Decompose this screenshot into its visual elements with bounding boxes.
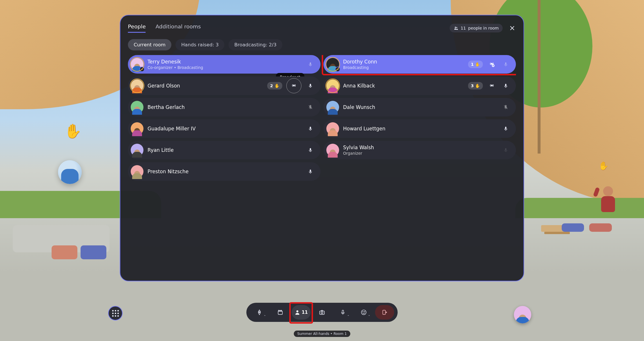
avatar bbox=[131, 165, 143, 178]
participant-ryan-little[interactable]: Ryan Little bbox=[128, 141, 321, 159]
panel-tabs: People Additional rooms bbox=[128, 23, 201, 33]
svg-point-20 bbox=[296, 310, 299, 312]
filter-broadcasting[interactable]: Broadcasting: 2/3 bbox=[229, 39, 283, 50]
participant-name: Anna Kilback bbox=[343, 83, 468, 89]
background-avatar-bubble bbox=[58, 160, 82, 184]
participant-howard-luettgen[interactable]: Howard Luettgen bbox=[323, 119, 516, 138]
participant-terry-denesik[interactable]: Terry Denesik Co-organizer • Broadcastin… bbox=[128, 55, 321, 74]
microphone-icon[interactable] bbox=[501, 145, 511, 155]
broadcast-stop-icon[interactable] bbox=[487, 59, 497, 69]
hand-order: 3 bbox=[471, 83, 474, 88]
participants-grid: Terry Denesik Co-organizer • Broadcastin… bbox=[128, 55, 516, 273]
svg-point-26 bbox=[364, 311, 365, 312]
navigate-button[interactable]: ⌃ bbox=[250, 305, 269, 320]
svg-rect-19 bbox=[278, 311, 283, 314]
svg-point-25 bbox=[363, 311, 363, 312]
people-count: 11 bbox=[461, 26, 466, 30]
svg-point-1 bbox=[456, 27, 457, 28]
participant-role: Co-organizer • Broadcasting bbox=[148, 65, 305, 70]
filter-current-room[interactable]: Current room bbox=[128, 39, 171, 50]
chevron-up-icon: ⌃ bbox=[347, 315, 350, 318]
broadcast-icon bbox=[291, 83, 297, 89]
hand-order: 2 bbox=[270, 83, 273, 88]
emoji-icon bbox=[361, 309, 367, 316]
participant-name: Gerard Olson bbox=[148, 83, 267, 89]
svg-point-24 bbox=[361, 310, 366, 315]
microphone-icon[interactable] bbox=[305, 59, 315, 69]
microphone-muted-icon[interactable] bbox=[501, 102, 511, 112]
person-icon bbox=[294, 309, 300, 315]
svg-point-8 bbox=[293, 85, 295, 86]
filter-chips: Current room Hands raised: 3 Broadcastin… bbox=[128, 39, 516, 50]
leave-room-button[interactable] bbox=[375, 305, 394, 320]
svg-point-10 bbox=[491, 85, 493, 86]
raised-hand-emoji-overlay: ✋ bbox=[64, 123, 82, 139]
hand-raised-badge[interactable]: 3 ✋ bbox=[468, 82, 483, 90]
participant-dorothy-conn[interactable]: Dorothy Conn Broadcasting 1 ✋ bbox=[323, 55, 516, 74]
avatar bbox=[326, 101, 339, 114]
hand-icon: ✋ bbox=[475, 83, 480, 88]
camera-button[interactable] bbox=[312, 305, 332, 320]
microphone-icon[interactable] bbox=[501, 81, 511, 91]
svg-rect-18 bbox=[310, 169, 311, 172]
hand-raised-badge[interactable]: 2 ✋ bbox=[267, 82, 282, 90]
call-toolbar: ⌃ 11 ⌃ ⌃ bbox=[246, 303, 398, 322]
people-count-label: people in room bbox=[468, 26, 499, 30]
people-panel: People Additional rooms 11 people in roo… bbox=[120, 15, 524, 281]
microphone-button[interactable]: ⌃ bbox=[333, 305, 352, 320]
participant-name: Guadalupe Miller IV bbox=[148, 126, 305, 132]
broadcast-button[interactable] bbox=[286, 78, 301, 93]
microphone-icon[interactable] bbox=[501, 59, 511, 69]
broadcast-badge-icon bbox=[139, 67, 145, 72]
svg-rect-21 bbox=[320, 311, 325, 315]
reactions-button[interactable]: ⌃ bbox=[354, 305, 373, 320]
participant-anna-kilback[interactable]: Anna Kilback 3 ✋ bbox=[323, 76, 516, 95]
people-icon bbox=[454, 26, 459, 30]
raised-hand-emoji-overlay-small: ✋ bbox=[598, 161, 609, 171]
participant-bertha-gerlach[interactable]: Bertha Gerlach bbox=[128, 98, 321, 116]
camera-icon bbox=[319, 309, 325, 316]
microphone-icon[interactable] bbox=[305, 167, 315, 176]
svg-rect-15 bbox=[505, 127, 507, 129]
participant-role: Broadcasting bbox=[343, 65, 468, 70]
microphone-icon[interactable] bbox=[305, 81, 315, 91]
close-panel-button[interactable] bbox=[509, 24, 516, 32]
microphone-icon[interactable] bbox=[501, 124, 511, 134]
avatar bbox=[131, 79, 143, 92]
participant-name: Howard Luettgen bbox=[343, 126, 501, 132]
self-avatar-preview[interactable] bbox=[514, 306, 531, 323]
avatar bbox=[326, 58, 339, 71]
close-icon bbox=[509, 25, 516, 31]
broadcast-badge-icon bbox=[335, 67, 340, 72]
menu-grid-icon bbox=[112, 310, 119, 317]
microphone-icon[interactable] bbox=[305, 124, 315, 134]
participant-name: Bertha Gerlach bbox=[148, 104, 305, 110]
filter-hands-raised[interactable]: Hands raised: 3 bbox=[175, 39, 224, 50]
broadcast-icon[interactable] bbox=[487, 81, 497, 91]
tab-people[interactable]: People bbox=[128, 23, 145, 33]
avatar bbox=[131, 144, 143, 156]
clapperboard-button[interactable] bbox=[271, 305, 290, 320]
people-button[interactable]: 11 bbox=[292, 305, 311, 320]
background-avatar-waving bbox=[598, 186, 618, 218]
svg-rect-16 bbox=[310, 148, 311, 151]
svg-rect-11 bbox=[505, 84, 507, 86]
clapperboard-icon bbox=[277, 309, 283, 316]
participant-name: Dorothy Conn bbox=[343, 59, 468, 65]
participant-sylvia-walsh[interactable]: Sylvia Walsh Organizer bbox=[323, 141, 516, 159]
participant-dale-wunsch[interactable]: Dale Wunsch bbox=[323, 98, 516, 116]
microphone-icon[interactable] bbox=[305, 145, 315, 155]
hand-raised-badge[interactable]: 1 ✋ bbox=[468, 61, 483, 68]
participant-gerard-olson[interactable]: Gerard Olson 2 ✋ bbox=[128, 76, 321, 95]
people-in-room-badge[interactable]: 11 people in room bbox=[450, 24, 503, 32]
participant-guadalupe-miller[interactable]: Guadalupe Miller IV bbox=[128, 119, 321, 138]
participant-preston-nitzsche[interactable]: Preston Nitzsche bbox=[128, 162, 321, 181]
tab-additional-rooms[interactable]: Additional rooms bbox=[156, 23, 201, 33]
svg-point-4 bbox=[337, 69, 338, 70]
svg-point-0 bbox=[455, 27, 456, 28]
microphone-muted-icon[interactable] bbox=[305, 102, 315, 112]
svg-rect-7 bbox=[505, 62, 507, 65]
avatar bbox=[326, 144, 339, 156]
svg-point-2 bbox=[142, 69, 143, 70]
people-count: 11 bbox=[302, 310, 308, 315]
